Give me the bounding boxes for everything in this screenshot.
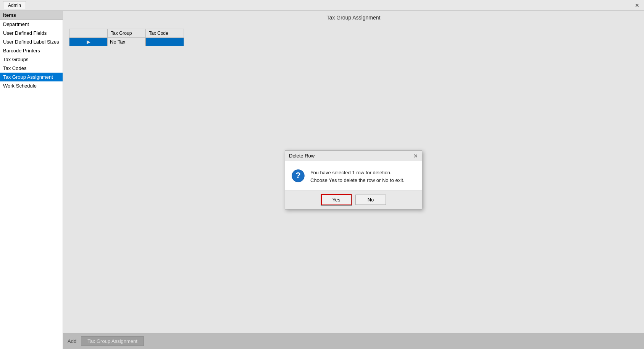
sidebar-item-user-defined-label-sizes[interactable]: User Defined Label Sizes: [0, 37, 63, 46]
delete-row-dialog: Delete Row ✕ ? You have selected 1 row f…: [285, 150, 422, 209]
sidebar-item-department[interactable]: Department: [0, 20, 63, 29]
sidebar-item-tax-codes[interactable]: Tax Codes: [0, 64, 63, 73]
sidebar-item-tax-group-assignment[interactable]: Tax Group Assignment: [0, 73, 63, 81]
dialog-message-container: You have selected 1 row for deletion. Ch…: [310, 169, 404, 184]
no-button[interactable]: No: [355, 195, 386, 205]
dialog-title-bar: Delete Row ✕: [285, 151, 422, 161]
modal-overlay: Delete Row ✕ ? You have selected 1 row f…: [63, 11, 644, 349]
sidebar: Items Department User Defined Fields Use…: [0, 11, 63, 349]
sidebar-item-tax-groups[interactable]: Tax Groups: [0, 55, 63, 64]
sidebar-header: Items: [0, 11, 63, 20]
svg-text:?: ?: [295, 170, 300, 180]
sidebar-item-work-schedule[interactable]: Work Schedule: [0, 81, 63, 90]
admin-tab[interactable]: Admin: [3, 1, 26, 9]
content-area: Tax Group Assignment Tax Group Tax Code …: [63, 11, 644, 349]
main-layout: Items Department User Defined Fields Use…: [0, 11, 644, 349]
sidebar-item-barcode-printers[interactable]: Barcode Printers: [0, 46, 63, 55]
question-icon: ?: [291, 169, 305, 183]
dialog-close-button[interactable]: ✕: [413, 153, 418, 159]
dialog-message-line2: Choose Yes to delete the row or No to ex…: [310, 177, 404, 184]
top-bar: Admin ✕: [0, 0, 644, 11]
sidebar-item-user-defined-fields[interactable]: User Defined Fields: [0, 29, 63, 37]
dialog-footer: Yes No: [285, 190, 422, 209]
dialog-body: ? You have selected 1 row for deletion. …: [285, 161, 422, 190]
dialog-message-line1: You have selected 1 row for deletion.: [310, 169, 404, 177]
dialog-title: Delete Row: [289, 153, 315, 159]
yes-button[interactable]: Yes: [321, 194, 352, 205]
window-close-button[interactable]: ✕: [633, 2, 641, 8]
